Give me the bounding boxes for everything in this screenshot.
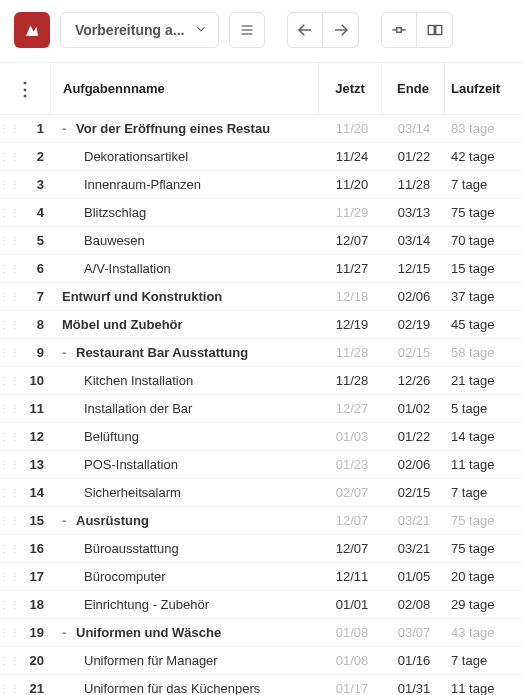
drag-handle-icon[interactable] — [0, 321, 21, 329]
table-row[interactable]: 9-Restaurant Bar Ausstattung11/2802/1558… — [0, 339, 523, 367]
start-date-cell[interactable]: 01/01 — [321, 597, 383, 612]
start-date-cell[interactable]: 11/20 — [321, 177, 383, 192]
task-name-cell[interactable]: Kitchen Installation — [54, 373, 321, 388]
start-date-cell[interactable]: 11/24 — [321, 149, 383, 164]
task-name-cell[interactable]: Bauwesen — [54, 233, 321, 248]
duration-cell[interactable]: 7 tage — [445, 485, 523, 500]
drag-handle-icon[interactable] — [0, 377, 21, 385]
task-name-cell[interactable]: -Restaurant Bar Ausstattung — [54, 345, 321, 360]
end-date-cell[interactable]: 02/06 — [383, 457, 445, 472]
start-date-cell[interactable]: 12/07 — [321, 233, 383, 248]
task-name-cell[interactable]: Installation der Bar — [54, 401, 321, 416]
start-date-cell[interactable]: 01/08 — [321, 625, 383, 640]
collapse-toggle-icon[interactable]: - — [62, 513, 72, 528]
drag-handle-icon[interactable] — [0, 433, 21, 441]
duration-cell[interactable]: 11 tage — [445, 457, 523, 472]
redo-button[interactable] — [323, 12, 359, 48]
start-date-cell[interactable]: 12/18 — [321, 289, 383, 304]
duration-cell[interactable]: 14 tage — [445, 429, 523, 444]
task-name-cell[interactable]: Blitzschlag — [54, 205, 321, 220]
drag-handle-icon[interactable] — [0, 601, 21, 609]
table-row[interactable]: 14Sicherheitsalarm02/0702/157 tage — [0, 479, 523, 507]
task-name-cell[interactable]: Büroausstattung — [54, 541, 321, 556]
duration-cell[interactable]: 7 tage — [445, 653, 523, 668]
duration-cell[interactable]: 20 tage — [445, 569, 523, 584]
table-row[interactable]: 17Bürocomputer12/1101/0520 tage — [0, 563, 523, 591]
start-date-cell[interactable]: 01/23 — [321, 457, 383, 472]
task-name-cell[interactable]: Sicherheitsalarm — [54, 485, 321, 500]
start-date-cell[interactable]: 01/08 — [321, 653, 383, 668]
column-header-jetzt[interactable]: Jetzt — [319, 81, 381, 96]
drag-handle-icon[interactable] — [0, 545, 21, 553]
end-date-cell[interactable]: 02/15 — [383, 485, 445, 500]
end-date-cell[interactable]: 02/08 — [383, 597, 445, 612]
table-row[interactable]: 7Entwurf und Konstruktion12/1802/0637 ta… — [0, 283, 523, 311]
start-date-cell[interactable]: 12/27 — [321, 401, 383, 416]
end-date-cell[interactable]: 02/06 — [383, 289, 445, 304]
duration-cell[interactable]: 11 tage — [445, 681, 523, 695]
duration-cell[interactable]: 70 tage — [445, 233, 523, 248]
drag-handle-icon[interactable] — [0, 153, 21, 161]
drag-handle-icon[interactable] — [0, 125, 21, 133]
drag-handle-icon[interactable] — [0, 405, 21, 413]
table-row[interactable]: 10Kitchen Installation11/2812/2621 tage — [0, 367, 523, 395]
end-date-cell[interactable]: 12/15 — [383, 261, 445, 276]
table-row[interactable]: 15-Ausrüstung12/0703/2175 tage — [0, 507, 523, 535]
drag-handle-icon[interactable] — [0, 209, 21, 217]
table-row[interactable]: 6A/V-Installation11/2712/1515 tage — [0, 255, 523, 283]
duration-cell[interactable]: 5 tage — [445, 401, 523, 416]
task-name-cell[interactable]: Entwurf und Konstruktion — [54, 289, 321, 304]
duration-cell[interactable]: 15 tage — [445, 261, 523, 276]
end-date-cell[interactable]: 03/14 — [383, 233, 445, 248]
end-date-cell[interactable]: 03/21 — [383, 513, 445, 528]
start-date-cell[interactable]: 01/17 — [321, 681, 383, 695]
table-row[interactable]: 12Belüftung01/0301/2214 tage — [0, 423, 523, 451]
start-date-cell[interactable]: 01/03 — [321, 429, 383, 444]
project-title-dropdown[interactable]: Vorbereitung a... — [60, 12, 219, 48]
collapse-toggle-icon[interactable]: - — [62, 345, 72, 360]
column-header-laufzeit[interactable]: Laufzeit — [445, 81, 523, 96]
end-date-cell[interactable]: 02/19 — [383, 317, 445, 332]
duration-cell[interactable]: 29 tage — [445, 597, 523, 612]
drag-handle-icon[interactable] — [0, 489, 21, 497]
end-date-cell[interactable]: 01/16 — [383, 653, 445, 668]
split-view-button[interactable] — [417, 12, 453, 48]
end-date-cell[interactable]: 01/22 — [383, 149, 445, 164]
drag-handle-icon[interactable] — [0, 685, 21, 693]
start-date-cell[interactable]: 11/28 — [321, 373, 383, 388]
menu-button[interactable] — [229, 12, 265, 48]
duration-cell[interactable]: 37 tage — [445, 289, 523, 304]
end-date-cell[interactable]: 12/26 — [383, 373, 445, 388]
drag-handle-icon[interactable] — [0, 657, 21, 665]
end-date-cell[interactable]: 02/15 — [383, 345, 445, 360]
duration-cell[interactable]: 21 tage — [445, 373, 523, 388]
column-options-button[interactable]: ⋮ — [16, 78, 34, 100]
table-row[interactable]: 20Uniformen für Manager01/0801/167 tage — [0, 647, 523, 675]
task-name-cell[interactable]: POS-Installation — [54, 457, 321, 472]
duration-cell[interactable]: 42 tage — [445, 149, 523, 164]
drag-handle-icon[interactable] — [0, 461, 21, 469]
start-date-cell[interactable]: 02/07 — [321, 485, 383, 500]
end-date-cell[interactable]: 01/05 — [383, 569, 445, 584]
drag-handle-icon[interactable] — [0, 181, 21, 189]
task-name-cell[interactable]: -Uniformen und Wäsche — [54, 625, 321, 640]
drag-handle-icon[interactable] — [0, 293, 21, 301]
drag-handle-icon[interactable] — [0, 573, 21, 581]
task-name-cell[interactable]: Bürocomputer — [54, 569, 321, 584]
duration-cell[interactable]: 75 tage — [445, 541, 523, 556]
start-date-cell[interactable]: 12/07 — [321, 513, 383, 528]
table-row[interactable]: 8Möbel und Zubehör12/1902/1945 tage — [0, 311, 523, 339]
drag-handle-icon[interactable] — [0, 629, 21, 637]
end-date-cell[interactable]: 03/13 — [383, 205, 445, 220]
column-header-ende[interactable]: Ende — [382, 81, 444, 96]
table-row[interactable]: 2Dekorationsartikel11/2401/2242 tage — [0, 143, 523, 171]
start-date-cell[interactable]: 11/29 — [321, 205, 383, 220]
task-name-cell[interactable]: Dekorationsartikel — [54, 149, 321, 164]
drag-handle-icon[interactable] — [0, 517, 21, 525]
table-row[interactable]: 16Büroausstattung12/0703/2175 tage — [0, 535, 523, 563]
task-name-cell[interactable]: -Vor der Eröffnung eines Restau — [54, 121, 321, 136]
duration-cell[interactable]: 83 tage — [445, 121, 523, 136]
task-name-cell[interactable]: A/V-Installation — [54, 261, 321, 276]
table-row[interactable]: 11Installation der Bar12/2701/025 tage — [0, 395, 523, 423]
end-date-cell[interactable]: 01/22 — [383, 429, 445, 444]
